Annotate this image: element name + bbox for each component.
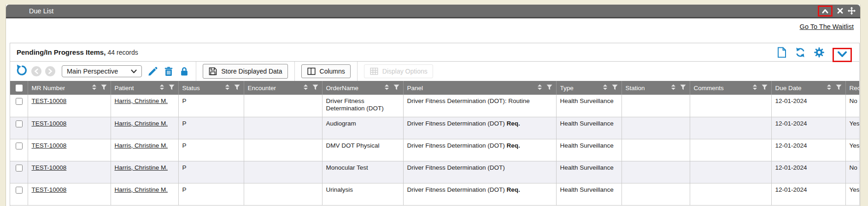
- toolbar-separator: [294, 62, 295, 81]
- patient-link[interactable]: Harris, Christine M.: [115, 164, 168, 171]
- sort-icon[interactable]: [225, 84, 230, 92]
- perspective-select[interactable]: Main Perspective: [62, 65, 142, 77]
- mr-number-link[interactable]: TEST-10008: [32, 164, 67, 171]
- filter-icon[interactable]: [312, 85, 318, 92]
- cell-station: [622, 161, 690, 183]
- lock-perspective-icon[interactable]: [179, 66, 189, 77]
- row-checkbox[interactable]: [16, 98, 23, 105]
- cell-type: Health Surveillance: [556, 161, 622, 183]
- toolbar-separator: [357, 62, 358, 81]
- filter-icon[interactable]: [101, 85, 107, 92]
- columns-button[interactable]: Columns: [301, 64, 351, 78]
- pending-items-panel: Pending/In Progress Items, 44 records: [10, 43, 860, 206]
- cell-mr: TEST-10008: [28, 95, 111, 117]
- waitlist-link[interactable]: Go To The Waitlist: [800, 23, 854, 30]
- column-header-order_name[interactable]: OrderName: [322, 81, 403, 95]
- table-row: TEST-10008Harris, Christine M.PDriver Fi…: [10, 95, 859, 117]
- filter-icon[interactable]: [680, 85, 686, 92]
- row-checkbox[interactable]: [16, 187, 23, 194]
- cell-patient: Harris, Christine M.: [111, 95, 178, 117]
- mr-number-link[interactable]: TEST-10008: [32, 97, 67, 104]
- cell-select: [10, 95, 28, 117]
- columns-icon: [307, 67, 316, 75]
- mr-number-link[interactable]: TEST-10008: [32, 142, 67, 149]
- column-header-station[interactable]: Station: [622, 81, 690, 95]
- filter-icon[interactable]: [762, 85, 768, 92]
- patient-link[interactable]: Harris, Christine M.: [115, 97, 168, 104]
- mr-number-link[interactable]: TEST-10008: [32, 120, 67, 127]
- undo-icon[interactable]: [16, 64, 28, 78]
- filter-icon[interactable]: [169, 85, 175, 92]
- cell-panel: Driver Fitness Determination (DOT): Rout…: [403, 95, 556, 117]
- row-checkbox[interactable]: [16, 120, 23, 127]
- cell-due_date: 12-01-2024: [771, 183, 845, 205]
- column-label: Status: [182, 85, 200, 92]
- mr-number-link[interactable]: TEST-10008: [32, 186, 67, 193]
- column-header-due_date[interactable]: Due Date: [771, 81, 845, 95]
- column-label: Encounter: [248, 85, 276, 92]
- sort-icon[interactable]: [384, 84, 389, 92]
- new-document-icon[interactable]: [777, 47, 787, 58]
- chevron-up-icon[interactable]: [821, 8, 829, 14]
- required-flag: Req.: [507, 186, 520, 193]
- due-list-window: Due List Go To The Waitlist: [6, 5, 861, 206]
- next-perspective-button: [45, 66, 55, 76]
- column-header-mr[interactable]: MR Number: [28, 81, 111, 95]
- record-count: 44 records: [108, 49, 138, 56]
- cell-station: [622, 183, 690, 205]
- move-icon[interactable]: [848, 7, 856, 15]
- column-header-select[interactable]: [10, 81, 28, 95]
- sort-icon[interactable]: [671, 84, 676, 92]
- column-header-comments[interactable]: Comments: [690, 81, 771, 95]
- due-list-table: MR NumberPatientStatusEncounterOrderName…: [10, 81, 859, 206]
- cell-patient: Harris, Christine M.: [111, 117, 178, 139]
- select-all-checkbox[interactable]: [16, 85, 23, 92]
- column-header-status[interactable]: Status: [178, 81, 244, 95]
- cell-encounter: [244, 161, 322, 183]
- table-row: TEST-10008Harris, Christine M.PMonocular…: [10, 161, 859, 183]
- store-button-label: Store Displayed Data: [221, 68, 282, 75]
- chevron-down-icon[interactable]: [837, 51, 847, 57]
- select-chevron-icon: [131, 69, 137, 74]
- column-label: Station: [626, 85, 645, 92]
- column-header-panel[interactable]: Panel: [403, 81, 556, 95]
- row-checkbox[interactable]: [16, 143, 23, 149]
- column-label: Type: [560, 85, 574, 92]
- perspective-value: Main Perspective: [67, 68, 118, 75]
- sort-icon[interactable]: [537, 84, 542, 92]
- cell-mr: TEST-10008: [28, 183, 111, 205]
- expand-highlight-box: [833, 48, 852, 62]
- cell-panel: Driver Fitness Determination (DOT) Req.: [403, 183, 556, 205]
- patient-link[interactable]: Harris, Christine M.: [115, 120, 168, 127]
- cell-panel: Driver Fitness Determination (DOT) Req.: [403, 117, 556, 139]
- filter-icon[interactable]: [612, 85, 618, 92]
- sort-icon[interactable]: [303, 84, 308, 92]
- filter-icon[interactable]: [234, 85, 240, 92]
- filter-icon[interactable]: [836, 85, 842, 92]
- filter-icon[interactable]: [393, 85, 399, 92]
- delete-perspective-icon[interactable]: [164, 66, 174, 77]
- cell-status: P: [178, 117, 244, 139]
- column-header-patient[interactable]: Patient: [111, 81, 178, 95]
- refresh-icon[interactable]: [795, 47, 806, 58]
- cell-station: [622, 117, 690, 139]
- cell-rec: Yes: [845, 183, 859, 205]
- column-header-rec[interactable]: Rec: [845, 81, 859, 95]
- column-header-encounter[interactable]: Encounter: [244, 81, 322, 95]
- cell-rec: No: [845, 95, 859, 117]
- patient-link[interactable]: Harris, Christine M.: [115, 186, 168, 193]
- gear-icon[interactable]: [814, 47, 825, 58]
- patient-link[interactable]: Harris, Christine M.: [115, 142, 168, 149]
- cell-patient: Harris, Christine M.: [111, 161, 178, 183]
- filter-icon[interactable]: [546, 85, 552, 92]
- sort-icon[interactable]: [159, 84, 164, 92]
- edit-perspective-icon[interactable]: [147, 66, 158, 77]
- column-header-type[interactable]: Type: [556, 81, 622, 95]
- row-checkbox[interactable]: [16, 165, 23, 172]
- sort-icon[interactable]: [92, 84, 97, 92]
- sort-icon[interactable]: [603, 84, 608, 92]
- sort-icon[interactable]: [752, 84, 757, 92]
- store-displayed-data-button[interactable]: Store Displayed Data: [203, 64, 287, 79]
- sort-icon[interactable]: [827, 84, 832, 92]
- close-icon[interactable]: [837, 7, 844, 14]
